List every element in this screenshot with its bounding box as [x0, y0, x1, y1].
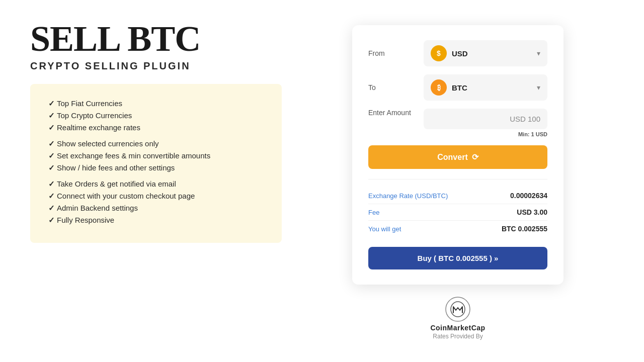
svg-point-0 — [446, 297, 470, 321]
check-icon: ✓ — [48, 123, 55, 132]
feature-group-2: ✓ Show selected currencies only ✓ Set ex… — [48, 139, 264, 172]
refresh-icon: ⟳ — [472, 152, 478, 162]
feature-label: Realtime exchange rates — [57, 123, 140, 132]
feature-item: ✓ Show / hide fees and other settings — [48, 163, 264, 172]
feature-item: ✓ Show selected currencies only — [48, 139, 264, 148]
feature-item: ✓ Connect with your custom checkout page — [48, 192, 264, 201]
convert-label: Convert — [437, 153, 467, 162]
from-currency-inner: $ USD — [431, 45, 468, 61]
check-icon: ✓ — [48, 192, 55, 201]
feature-item: ✓ Fully Responsive — [48, 216, 264, 225]
usd-icon: $ — [431, 45, 447, 61]
fee-value: USD 3.00 — [517, 208, 547, 216]
min-value: 1 USD — [531, 131, 547, 137]
buy-label: Buy ( BTC 0.002555 ) » — [418, 254, 499, 262]
buy-button[interactable]: Buy ( BTC 0.002555 ) » — [368, 247, 547, 269]
feature-label: Fully Responsive — [57, 216, 114, 224]
page-title: SELL BTC — [30, 20, 282, 58]
to-label: To — [368, 83, 424, 92]
check-icon: ✓ — [48, 163, 55, 172]
btc-icon: ₿ — [431, 79, 447, 96]
coinmarketcap-logo — [445, 297, 470, 322]
feature-group-3: ✓ Take Orders & get notified via email ✓… — [48, 179, 264, 225]
feature-label: Top Crypto Currencies — [57, 111, 132, 120]
feature-label: Show / hide fees and other settings — [57, 163, 175, 172]
check-icon: ✓ — [48, 99, 55, 108]
from-label: From — [368, 49, 424, 57]
from-row: From $ USD ▾ — [368, 40, 547, 66]
feature-label: Top Fiat Currencies — [57, 99, 122, 108]
feature-label: Take Orders & get notified via email — [57, 179, 176, 188]
amount-input-wrap: Min: 1 USD — [424, 109, 547, 137]
result-rows: Exchange Rate (USD/BTC) 0.00002634 Fee U… — [368, 179, 547, 237]
feature-group-1: ✓ Top Fiat Currencies ✓ Top Crypto Curre… — [48, 99, 264, 132]
check-icon: ✓ — [48, 204, 55, 213]
features-box: ✓ Top Fiat Currencies ✓ Top Crypto Curre… — [30, 84, 282, 243]
you-will-get-label: You will get — [368, 225, 401, 233]
feature-item: ✓ Realtime exchange rates — [48, 123, 264, 132]
feature-item: ✓ Top Fiat Currencies — [48, 99, 264, 108]
you-will-get-value: BTC 0.002555 — [502, 225, 547, 233]
check-icon: ✓ — [48, 216, 55, 225]
chevron-down-icon: ▾ — [537, 83, 540, 92]
from-currency-name: USD — [452, 49, 468, 58]
feature-label: Admin Backend settings — [57, 204, 138, 212]
exchange-rate-label: Exchange Rate (USD/BTC) — [368, 192, 448, 200]
you-will-get-row: You will get BTC 0.002555 — [368, 221, 547, 237]
feature-label: Set exchange fees & min convertible amou… — [57, 151, 210, 160]
amount-row: Enter Amount Min: 1 USD — [368, 109, 547, 137]
feature-item: ✓ Set exchange fees & min convertible am… — [48, 151, 264, 160]
amount-label: Enter Amount — [368, 109, 424, 117]
chevron-down-icon: ▾ — [537, 49, 540, 57]
to-currency-name: BTC — [452, 83, 467, 92]
feature-label: Connect with your custom checkout page — [57, 192, 195, 200]
check-icon: ✓ — [48, 139, 55, 148]
fee-row: Fee USD 3.00 — [368, 204, 547, 221]
min-label: Min: 1 USD — [518, 131, 547, 137]
exchange-rate-row: Exchange Rate (USD/BTC) 0.00002634 — [368, 188, 547, 204]
to-row: To ₿ BTC ▾ — [368, 74, 547, 101]
feature-item: ✓ Admin Backend settings — [48, 204, 264, 213]
feature-item: ✓ Take Orders & get notified via email — [48, 179, 264, 189]
from-currency-select[interactable]: $ USD ▾ — [424, 40, 547, 66]
check-icon: ✓ — [48, 179, 55, 189]
feature-label: Show selected currencies only — [57, 139, 159, 148]
fee-label: Fee — [368, 209, 379, 216]
exchange-rate-value: 0.00002634 — [510, 192, 547, 200]
coinmarketcap-section: CoinMarketCap Rates Provided By — [430, 297, 485, 340]
feature-item: ✓ Top Crypto Currencies — [48, 111, 264, 120]
convert-button[interactable]: Convert ⟳ — [368, 145, 547, 169]
converter-card: From $ USD ▾ To ₿ BTC ▾ Enter Amount — [352, 25, 564, 285]
page-subtitle: CRYPTO SELLING PLUGIN — [30, 60, 282, 72]
to-currency-inner: ₿ BTC — [431, 79, 467, 96]
amount-input[interactable] — [424, 109, 547, 129]
right-panel: From $ USD ▾ To ₿ BTC ▾ Enter Amount — [302, 20, 614, 340]
check-icon: ✓ — [48, 151, 55, 160]
left-panel: SELL BTC CRYPTO SELLING PLUGIN ✓ Top Fia… — [30, 20, 302, 243]
check-icon: ✓ — [48, 111, 55, 120]
to-currency-select[interactable]: ₿ BTC ▾ — [424, 74, 547, 101]
coinmarketcap-name: CoinMarketCap — [430, 324, 485, 332]
coinmarketcap-tagline: Rates Provided By — [433, 333, 482, 340]
